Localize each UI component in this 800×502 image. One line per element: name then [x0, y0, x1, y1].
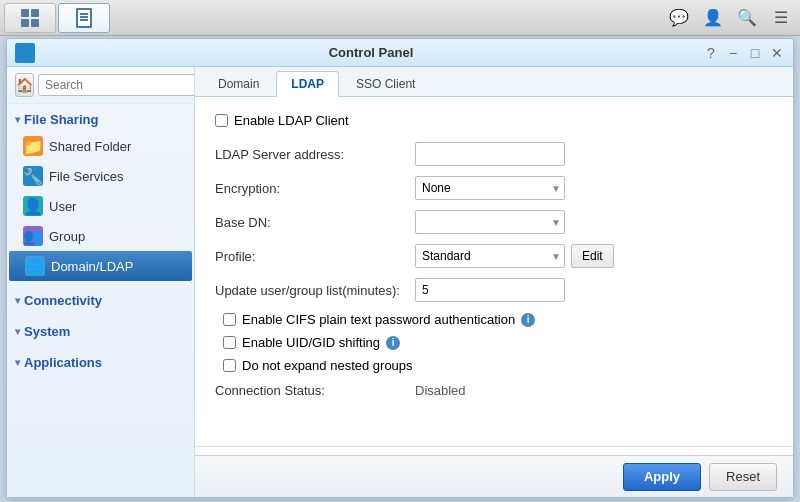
encryption-row: Encryption: None SSL/TLS StartTLS ▼	[215, 176, 773, 200]
cifs-info-icon[interactable]: i	[521, 313, 535, 327]
connection-status-row: Connection Status: Disabled	[215, 383, 773, 398]
sidebar-section-header-system[interactable]: ▾ System	[7, 320, 194, 343]
chevron-down-icon: ▾	[15, 114, 20, 125]
sidebar-item-group[interactable]: 👥 Group	[7, 221, 194, 251]
update-row: Update user/group list(minutes):	[215, 278, 773, 302]
sidebar-section-system: ▾ System	[7, 316, 194, 347]
separator	[195, 446, 793, 447]
enable-ldap-label[interactable]: Enable LDAP Client	[234, 113, 349, 128]
search-icon-button[interactable]: 🔍	[732, 3, 762, 33]
window-titlebar: Control Panel ? − □ ✕	[7, 39, 793, 67]
window-body: 🏠 ▾ File Sharing 📁 Shared Folder 🔧 File …	[7, 67, 793, 497]
tab-ldap[interactable]: LDAP	[276, 71, 339, 97]
connection-status-value: Disabled	[415, 383, 466, 398]
profile-label: Profile:	[215, 249, 415, 264]
window-title: Control Panel	[39, 45, 703, 60]
user-icon-button[interactable]: 👤	[698, 3, 728, 33]
search-input[interactable]	[38, 74, 195, 96]
control-panel-button[interactable]	[58, 3, 110, 33]
sidebar: 🏠 ▾ File Sharing 📁 Shared Folder 🔧 File …	[7, 67, 195, 497]
sidebar-item-label: Group	[49, 229, 85, 244]
server-address-row: LDAP Server address:	[215, 142, 773, 166]
sidebar-section-file-sharing: ▾ File Sharing 📁 Shared Folder 🔧 File Se…	[7, 104, 194, 285]
applications-label: Applications	[24, 355, 102, 370]
server-address-input[interactable]	[415, 142, 565, 166]
user-icon: 👤	[23, 196, 43, 216]
file-sharing-label: File Sharing	[24, 112, 98, 127]
window-title-icon	[15, 43, 35, 63]
main-content: Domain LDAP SSO Client Enable LDAP Clien…	[195, 67, 793, 497]
cifs-checkbox[interactable]	[223, 313, 236, 326]
profile-row: Profile: Standard Custom ▼ Edit	[215, 244, 773, 268]
shared-folder-icon: 📁	[23, 136, 43, 156]
sidebar-section-connectivity: ▾ Connectivity	[7, 285, 194, 316]
cifs-label[interactable]: Enable CIFS plain text password authenti…	[242, 312, 515, 327]
cifs-row: Enable CIFS plain text password authenti…	[223, 312, 773, 327]
uid-label[interactable]: Enable UID/GID shifting	[242, 335, 380, 350]
nested-checkbox[interactable]	[223, 359, 236, 372]
maximize-button[interactable]: □	[747, 45, 763, 61]
nested-label[interactable]: Do not expand nested groups	[242, 358, 413, 373]
system-label: System	[24, 324, 70, 339]
enable-ldap-row: Enable LDAP Client	[215, 113, 773, 128]
chevron-right-icon: ▾	[15, 295, 20, 306]
chat-icon-button[interactable]: 💬	[664, 3, 694, 33]
edit-button[interactable]: Edit	[571, 244, 614, 268]
base-dn-row: Base DN: ▼	[215, 210, 773, 234]
nested-row: Do not expand nested groups	[223, 358, 773, 373]
file-services-icon: 🔧	[23, 166, 43, 186]
encryption-select-wrapper: None SSL/TLS StartTLS ▼	[415, 176, 565, 200]
encryption-select[interactable]: None SSL/TLS StartTLS	[415, 176, 565, 200]
base-dn-label: Base DN:	[215, 215, 415, 230]
tabs-bar: Domain LDAP SSO Client	[195, 67, 793, 97]
apply-button[interactable]: Apply	[623, 463, 701, 491]
sidebar-section-header-file-sharing[interactable]: ▾ File Sharing	[7, 108, 194, 131]
home-button[interactable]: 🏠	[15, 73, 34, 97]
menu-icon-button[interactable]: ☰	[766, 3, 796, 33]
uid-row: Enable UID/GID shifting i	[223, 335, 773, 350]
sidebar-header: 🏠	[7, 67, 194, 104]
base-dn-select-wrapper: ▼	[415, 210, 565, 234]
help-button[interactable]: ?	[703, 45, 719, 61]
sidebar-section-applications: ▾ Applications	[7, 347, 194, 378]
reset-button[interactable]: Reset	[709, 463, 777, 491]
close-button[interactable]: ✕	[769, 45, 785, 61]
taskbar-right: 💬 👤 🔍 ☰	[664, 3, 796, 33]
tab-sso-client[interactable]: SSO Client	[341, 71, 430, 96]
chevron-right-icon-2: ▾	[15, 326, 20, 337]
control-panel-window: Control Panel ? − □ ✕ 🏠 ▾ File Sharing 📁	[6, 38, 794, 498]
app-grid-icon	[21, 9, 39, 27]
enable-ldap-checkbox[interactable]	[215, 114, 228, 127]
uid-info-icon[interactable]: i	[386, 336, 400, 350]
minimize-button[interactable]: −	[725, 45, 741, 61]
bottom-bar: Apply Reset	[195, 455, 793, 497]
profile-select-wrapper: Standard Custom ▼	[415, 244, 565, 268]
domain-ldap-icon: 🌐	[25, 256, 45, 276]
sidebar-item-user[interactable]: 👤 User	[7, 191, 194, 221]
window-controls: ? − □ ✕	[703, 45, 785, 61]
profile-select[interactable]: Standard Custom	[415, 244, 565, 268]
sidebar-item-domain-ldap[interactable]: 🌐 Domain/LDAP	[9, 251, 192, 281]
sidebar-section-header-connectivity[interactable]: ▾ Connectivity	[7, 289, 194, 312]
sidebar-item-label: Domain/LDAP	[51, 259, 133, 274]
base-dn-select[interactable]	[415, 210, 565, 234]
server-address-label: LDAP Server address:	[215, 147, 415, 162]
uid-checkbox[interactable]	[223, 336, 236, 349]
app-grid-button[interactable]	[4, 3, 56, 33]
control-panel-icon	[76, 8, 92, 28]
content-panel: Enable LDAP Client LDAP Server address: …	[195, 97, 793, 438]
sidebar-item-shared-folder[interactable]: 📁 Shared Folder	[7, 131, 194, 161]
sidebar-item-label: User	[49, 199, 76, 214]
sidebar-item-label: Shared Folder	[49, 139, 131, 154]
sidebar-item-file-services[interactable]: 🔧 File Services	[7, 161, 194, 191]
sidebar-item-label: File Services	[49, 169, 123, 184]
update-label: Update user/group list(minutes):	[215, 283, 415, 298]
taskbar: 💬 👤 🔍 ☰	[0, 0, 800, 36]
connectivity-label: Connectivity	[24, 293, 102, 308]
update-input[interactable]	[415, 278, 565, 302]
sidebar-section-header-applications[interactable]: ▾ Applications	[7, 351, 194, 374]
tab-domain[interactable]: Domain	[203, 71, 274, 96]
encryption-label: Encryption:	[215, 181, 415, 196]
connection-status-label: Connection Status:	[215, 383, 415, 398]
chevron-right-icon-3: ▾	[15, 357, 20, 368]
